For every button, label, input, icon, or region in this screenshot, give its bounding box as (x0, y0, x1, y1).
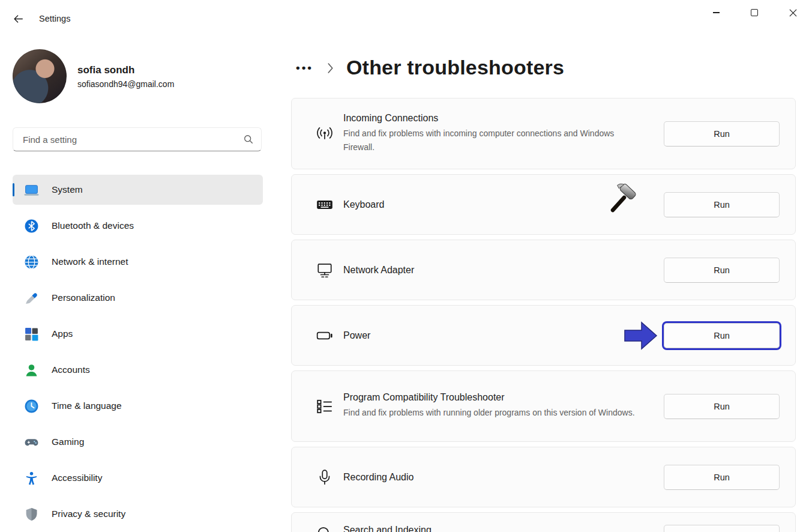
troubleshooter-text: Incoming ConnectionsFind and fix problem… (343, 113, 664, 154)
sidebar-item-bluetooth-devices[interactable]: Bluetooth & devices (13, 211, 263, 241)
user-profile[interactable]: sofia sondh sofiasondh94@gmail.com (13, 49, 174, 103)
page-header: ••• Other troubleshooters (291, 49, 796, 85)
sidebar-item-apps[interactable]: Apps (13, 319, 263, 349)
accessibility-icon (24, 471, 39, 486)
sidebar-item-system[interactable]: System (13, 175, 263, 205)
power-icon (316, 327, 334, 345)
bluetooth-icon (24, 219, 39, 234)
sidebar-item-accessibility[interactable]: Accessibility (13, 463, 263, 493)
program-compatibility-icon (316, 397, 334, 416)
troubleshooter-text: Search and Indexing (343, 525, 664, 532)
user-email: sofiasondh94@gmail.com (77, 79, 174, 89)
run-button-network-adapter[interactable]: Run (664, 258, 780, 283)
sidebar-item-label: Apps (52, 328, 73, 339)
sidebar-item-label: Accessibility (52, 473, 102, 483)
personalization-icon (24, 291, 39, 306)
search-input[interactable] (22, 134, 243, 145)
main-content: ••• Other troubleshooters Incoming Conne… (291, 37, 796, 532)
troubleshooter-name: Search and Indexing (343, 525, 664, 532)
user-name: sofia sondh (77, 64, 174, 76)
run-button-recording-audio[interactable]: Run (664, 465, 780, 490)
highlight-arrow-icon (624, 320, 658, 351)
sidebar-item-label: Time & language (52, 401, 122, 411)
troubleshooter-text: Network Adapter (343, 265, 664, 276)
window-title: Settings (39, 14, 70, 23)
sidebar-item-label: Personalization (52, 292, 115, 303)
sidebar-item-gaming[interactable]: Gaming (13, 427, 263, 457)
selected-indicator (13, 183, 14, 196)
sidebar-item-label: Bluetooth & devices (52, 220, 134, 231)
page-title: Other troubleshooters (346, 56, 564, 79)
minimize-icon (713, 12, 720, 13)
recording-audio-icon (316, 468, 334, 486)
sidebar-item-label: Gaming (52, 437, 84, 447)
gaming-icon (24, 435, 39, 450)
run-button-power[interactable]: Run (664, 323, 780, 348)
run-button-search-and-indexing[interactable]: Run (664, 525, 780, 532)
sidebar-item-accounts[interactable]: Accounts (13, 355, 263, 385)
sidebar: sofia sondh sofiasondh94@gmail.com Syste… (0, 37, 276, 532)
sidebar-item-time-language[interactable]: Time & language (13, 391, 263, 421)
troubleshooter-card-keyboard: KeyboardRun (291, 174, 796, 235)
chevron-right-icon (326, 62, 334, 74)
troubleshooter-card-incoming-connections: Incoming ConnectionsFind and fix problem… (291, 98, 796, 169)
troubleshooter-list: Incoming ConnectionsFind and fix problem… (291, 98, 796, 532)
sidebar-item-label: Privacy & security (52, 509, 125, 519)
sidebar-item-privacy-security[interactable]: Privacy & security (13, 499, 263, 529)
search-and-indexing-icon (316, 525, 334, 532)
back-arrow-icon (13, 14, 23, 24)
sidebar-item-label: System (52, 184, 83, 195)
network-adapter-icon (316, 261, 334, 279)
troubleshooter-name: Incoming Connections (343, 113, 664, 124)
sidebar-item-personalization[interactable]: Personalization (13, 283, 263, 313)
maximize-icon (751, 9, 758, 16)
search-icon[interactable] (243, 134, 254, 145)
window-controls (697, 0, 812, 25)
sidebar-item-label: Network & internet (52, 256, 128, 267)
troubleshooter-card-search-and-indexing: Search and IndexingRun (291, 512, 796, 532)
accounts-icon (24, 363, 39, 378)
troubleshooter-description: Find and fix problems with incoming comp… (343, 127, 640, 154)
apps-icon (24, 327, 39, 342)
run-button-program-compatibility-troubleshooter[interactable]: Run (664, 394, 780, 419)
troubleshooter-card-program-compatibility-troubleshooter: Program Compatibility TroubleshooterFind… (291, 370, 796, 442)
breadcrumb-ellipsis-button[interactable]: ••• (295, 62, 314, 73)
back-button[interactable] (13, 14, 23, 24)
troubleshooter-name: Network Adapter (343, 265, 664, 276)
search-box[interactable] (13, 127, 262, 151)
sidebar-item-label: Accounts (52, 364, 90, 375)
troubleshooter-text: Program Compatibility TroubleshooterFind… (343, 392, 664, 420)
run-button-incoming-connections[interactable]: Run (664, 121, 780, 147)
network-icon (24, 255, 39, 270)
troubleshooter-card-network-adapter: Network AdapterRun (291, 240, 796, 300)
troubleshooter-description: Find and fix problems with running older… (343, 406, 640, 420)
sidebar-item-network-internet[interactable]: Network & internet (13, 247, 263, 277)
hammer-cursor-icon (608, 183, 639, 213)
time-language-icon (24, 399, 39, 414)
sidebar-nav: SystemBluetooth & devicesNetwork & inter… (13, 175, 263, 532)
keyboard-icon (316, 196, 334, 214)
troubleshooter-name: Recording Audio (343, 472, 664, 483)
close-button[interactable] (774, 0, 812, 25)
incoming-connections-icon (316, 125, 334, 143)
troubleshooter-name: Program Compatibility Troubleshooter (343, 392, 664, 403)
minimize-button[interactable] (697, 0, 735, 25)
titlebar: Settings (0, 0, 812, 37)
troubleshooter-card-recording-audio: Recording AudioRun (291, 447, 796, 507)
troubleshooter-text: Recording Audio (343, 472, 664, 483)
troubleshooter-name: Power (343, 330, 664, 341)
avatar (13, 49, 67, 103)
privacy-security-icon (24, 507, 39, 522)
maximize-button[interactable] (735, 0, 774, 25)
troubleshooter-card-power: PowerRun (291, 305, 796, 366)
troubleshooter-text: Power (343, 330, 664, 341)
system-icon (24, 183, 39, 198)
run-button-keyboard[interactable]: Run (664, 192, 780, 217)
close-icon (789, 9, 797, 17)
